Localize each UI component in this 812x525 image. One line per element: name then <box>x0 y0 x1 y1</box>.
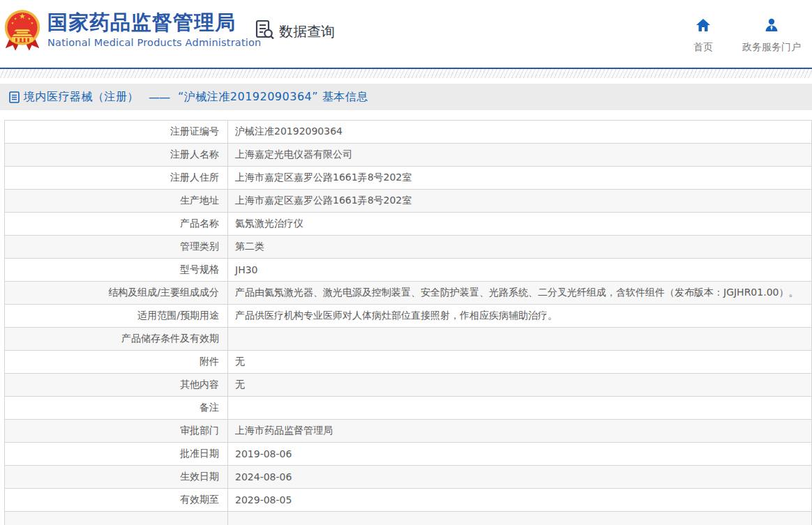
row-label: 管理类别 <box>5 236 228 259</box>
row-label: 审批部门 <box>5 420 228 443</box>
table-row: 注册人名称上海嘉定光电仪器有限公司 <box>5 144 812 167</box>
nav-portal-label: 政务服务门户 <box>742 41 801 54</box>
row-value: 2029-08-05 <box>228 489 812 512</box>
row-value: 上海市嘉定区嘉罗公路1661弄8号202室 <box>228 190 812 213</box>
national-emblem-logo <box>3 6 41 56</box>
row-value: 无 <box>228 351 812 374</box>
row-label: 附件 <box>5 351 228 374</box>
table-row: 注册人住所上海市嘉定区嘉罗公路1661弄8号202室 <box>5 167 812 190</box>
row-label: 注册证编号 <box>5 121 228 144</box>
data-query-tab[interactable]: 数据查询 <box>255 20 335 43</box>
nav-gov-portal[interactable]: 政务服务门户 <box>742 18 801 54</box>
document-icon <box>9 91 20 103</box>
row-value: 氦氖激光治疗仪 <box>228 213 812 236</box>
row-label: 批准日期 <box>5 443 228 466</box>
table-row: 有效期至2029-08-05 <box>5 489 812 512</box>
row-label: 其他内容 <box>5 374 228 397</box>
doc-search-icon <box>255 20 274 43</box>
data-query-label: 数据查询 <box>279 22 335 41</box>
table-row: 生产地址上海市嘉定区嘉罗公路1661弄8号202室 <box>5 190 812 213</box>
table-row: 产品名称氦氖激光治疗仪 <box>5 213 812 236</box>
table-row: 其他内容无 <box>5 374 812 397</box>
row-label: 备注 <box>5 397 228 420</box>
row-label: 注册人名称 <box>5 144 228 167</box>
table-row: 型号规格JH30 <box>5 259 812 282</box>
row-label: 生效日期 <box>5 466 228 489</box>
row-value <box>228 512 812 525</box>
table-row: 批准日期2019-08-06 <box>5 443 812 466</box>
row-label: 结构及组成/主要组成成分 <box>5 282 228 305</box>
row-label: 产品储存条件及有效期 <box>5 328 228 351</box>
site-title: 国家药品监督管理局 <box>47 11 262 34</box>
table-row: 注册证编号沪械注准20192090364 <box>5 121 812 144</box>
top-nav: 首页 政务服务门户 <box>693 18 801 54</box>
info-table: 注册证编号沪械注准20192090364注册人名称上海嘉定光电仪器有限公司注册人… <box>4 120 812 525</box>
table-row: 备注 <box>5 397 812 420</box>
row-label: 有效期至 <box>5 489 228 512</box>
table-row: 适用范围/预期用途产品供医疗机构专业医师对人体病灶部位直接照射，作相应疾病辅助治… <box>5 305 812 328</box>
row-label <box>5 512 228 525</box>
row-value <box>228 397 812 420</box>
person-icon <box>764 18 779 35</box>
table-row-partial <box>5 512 812 525</box>
national-emblem-icon <box>3 6 41 56</box>
row-value: 2024-08-06 <box>228 466 812 489</box>
row-value: 无 <box>228 374 812 397</box>
info-table-body: 注册证编号沪械注准20192090364注册人名称上海嘉定光电仪器有限公司注册人… <box>5 121 812 525</box>
breadcrumb-separator: —— <box>149 91 170 104</box>
table-row: 生效日期2024-08-06 <box>5 466 812 489</box>
row-label: 生产地址 <box>5 190 228 213</box>
breadcrumb-category: 境内医疗器械（注册） <box>24 90 139 105</box>
home-icon <box>696 18 711 35</box>
row-label: 型号规格 <box>5 259 228 282</box>
breadcrumb: 境内医疗器械（注册） —— “沪械注准20192090364” 基本信息 <box>0 84 812 110</box>
nav-home[interactable]: 首页 <box>693 18 713 54</box>
row-label: 产品名称 <box>5 213 228 236</box>
stripe-band <box>0 69 812 78</box>
nav-home-label: 首页 <box>693 41 713 54</box>
table-row: 审批部门上海市药品监督管理局 <box>5 420 812 443</box>
row-value: JH30 <box>228 259 812 282</box>
row-label: 注册人住所 <box>5 167 228 190</box>
site-brand: 国家药品监督管理局 National Medical Products Admi… <box>47 11 262 48</box>
site-subtitle: National Medical Products Administration <box>47 37 262 48</box>
row-value: 产品由氦氖激光器、激光电源及控制装置、安全防护装置、光路系统、二分叉光纤组成，含… <box>228 282 812 305</box>
page-title: “沪械注准20192090364” 基本信息 <box>178 90 368 105</box>
row-label: 适用范围/预期用途 <box>5 305 228 328</box>
row-value: 上海市药品监督管理局 <box>228 420 812 443</box>
row-value: 产品供医疗机构专业医师对人体病灶部位直接照射，作相应疾病辅助治疗。 <box>228 305 812 328</box>
row-value: 沪械注准20192090364 <box>228 121 812 144</box>
table-row: 附件无 <box>5 351 812 374</box>
row-value: 上海市嘉定区嘉罗公路1661弄8号202室 <box>228 167 812 190</box>
page: 国家药品监督管理局 National Medical Products Admi… <box>0 0 812 525</box>
row-value: 2019-08-06 <box>228 443 812 466</box>
table-row: 产品储存条件及有效期 <box>5 328 812 351</box>
row-value: 上海嘉定光电仪器有限公司 <box>228 144 812 167</box>
row-value: 第二类 <box>228 236 812 259</box>
table-row: 结构及组成/主要组成成分产品由氦氖激光器、激光电源及控制装置、安全防护装置、光路… <box>5 282 812 305</box>
table-row: 管理类别第二类 <box>5 236 812 259</box>
row-value <box>228 328 812 351</box>
site-header: 国家药品监督管理局 National Medical Products Admi… <box>0 0 812 68</box>
